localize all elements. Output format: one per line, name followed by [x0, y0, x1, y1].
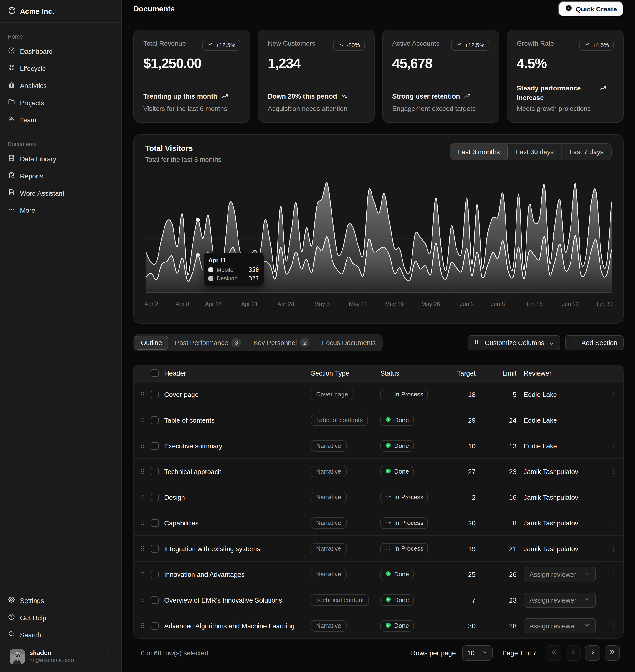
sidebar-item-search[interactable]: Search	[4, 627, 117, 643]
row-menu-button[interactable]	[608, 414, 619, 426]
visitors-chart[interactable]: Apr 2Apr 8Apr 14Apr 21Apr 28May 5May 12M…	[145, 174, 613, 312]
drag-handle[interactable]	[134, 596, 151, 603]
target-value[interactable]: 7	[452, 596, 490, 604]
target-value[interactable]: 20	[452, 519, 490, 527]
row-checkbox[interactable]	[151, 416, 158, 424]
limit-value[interactable]: 24	[490, 416, 520, 424]
limit-value[interactable]: 13	[490, 442, 520, 449]
row-checkbox[interactable]	[151, 442, 158, 449]
range-tab-last-3-months[interactable]: Last 3 months	[450, 143, 508, 160]
sidebar-item-projects[interactable]: Projects	[4, 95, 117, 110]
status-badge: In Process	[380, 517, 428, 529]
target-value[interactable]: 25	[452, 570, 490, 578]
sidebar-item-team[interactable]: Team	[4, 112, 117, 128]
limit-value[interactable]: 21	[490, 545, 520, 552]
sidebar-item-word-assistant[interactable]: Word Assistant	[4, 186, 117, 201]
brand[interactable]: Acme Inc.	[0, 0, 122, 23]
row-checkbox[interactable]	[151, 519, 158, 527]
sidebar-item-reports[interactable]: Reports	[4, 169, 117, 184]
drag-handle[interactable]	[134, 442, 151, 449]
target-value[interactable]: 2	[452, 493, 490, 501]
row-checkbox[interactable]	[151, 570, 158, 578]
row-checkbox[interactable]	[151, 390, 158, 398]
target-value[interactable]: 10	[452, 442, 490, 449]
limit-value[interactable]: 5	[490, 390, 520, 398]
row-menu-button[interactable]	[608, 440, 619, 451]
limit-value[interactable]: 26	[490, 570, 520, 578]
svg-text:Apr 28: Apr 28	[277, 301, 294, 307]
rows-per-page-select[interactable]: 10	[462, 645, 493, 660]
row-menu-button[interactable]	[608, 568, 619, 580]
limit-value[interactable]: 16	[490, 493, 520, 501]
target-value[interactable]: 29	[452, 416, 490, 424]
sidebar-item-data-library[interactable]: Data Library	[4, 151, 117, 166]
quick-create-button[interactable]: Quick Create	[558, 1, 623, 17]
row-header-link[interactable]: Capabilities	[164, 519, 311, 527]
limit-value[interactable]: 8	[490, 519, 520, 527]
drag-handle[interactable]	[134, 519, 151, 527]
row-header-link[interactable]: Innovation and Advantages	[164, 570, 311, 578]
target-value[interactable]: 27	[452, 468, 490, 475]
row-menu-button[interactable]	[608, 594, 619, 606]
limit-value[interactable]: 23	[490, 596, 520, 604]
select-all-checkbox[interactable]	[151, 369, 158, 377]
first-page-button[interactable]	[546, 645, 561, 660]
drag-handle[interactable]	[134, 545, 151, 552]
row-menu-button[interactable]	[608, 388, 619, 400]
tab-outline[interactable]: Outline	[135, 336, 168, 350]
target-value[interactable]: 19	[452, 545, 490, 552]
assign-reviewer-select[interactable]: Assign reviewer	[524, 566, 596, 582]
range-tab-last-30-days[interactable]: Last 30 days	[508, 144, 562, 160]
drag-handle[interactable]	[134, 391, 151, 398]
customize-columns-button[interactable]: Customize Columns	[468, 335, 560, 350]
row-checkbox[interactable]	[151, 622, 158, 629]
range-tab-last-7-days[interactable]: Last 7 days	[562, 144, 611, 160]
row-checkbox[interactable]	[151, 468, 158, 475]
row-checkbox[interactable]	[151, 596, 158, 604]
limit-value[interactable]: 28	[490, 622, 520, 629]
next-page-button[interactable]	[585, 645, 600, 660]
drag-handle[interactable]	[134, 622, 151, 629]
row-menu-button[interactable]	[608, 543, 619, 554]
drag-handle[interactable]	[134, 494, 151, 501]
row-header-link[interactable]: Design	[164, 493, 311, 501]
sidebar-item-analytics[interactable]: Analytics	[4, 78, 117, 93]
assign-reviewer-select[interactable]: Assign reviewer	[524, 618, 596, 633]
tab-focus-documents[interactable]: Focus Documents	[316, 336, 381, 350]
plus-circle-icon	[565, 4, 572, 13]
row-menu-button[interactable]	[608, 620, 619, 631]
row-checkbox[interactable]	[151, 545, 158, 552]
user-menu[interactable]: shadcn m@example.com	[8, 647, 114, 666]
user-menu-ellipsis-icon[interactable]	[104, 652, 112, 662]
drag-handle[interactable]	[134, 570, 151, 578]
row-header-link[interactable]: Table of contents	[164, 416, 311, 424]
target-value[interactable]: 30	[452, 622, 490, 629]
limit-value[interactable]: 23	[490, 468, 520, 475]
sidebar-item-more[interactable]: More	[4, 203, 117, 218]
row-menu-button[interactable]	[608, 491, 619, 503]
sidebar-item-settings[interactable]: Settings	[4, 593, 117, 608]
row-menu-button[interactable]	[608, 517, 619, 529]
sidebar-item-dashboard[interactable]: Dashboard	[4, 44, 117, 59]
tab-key-personnel[interactable]: Key Personnel2	[248, 336, 315, 350]
sidebar-item-lifecycle[interactable]: Lifecycle	[4, 61, 117, 76]
row-header-link[interactable]: Technical approach	[164, 468, 311, 475]
drag-handle[interactable]	[134, 417, 151, 424]
row-checkbox[interactable]	[151, 493, 158, 501]
last-page-button[interactable]	[605, 645, 620, 660]
folder-icon	[8, 98, 15, 108]
drag-handle[interactable]	[134, 468, 151, 475]
row-header-link[interactable]: Integration with existing systems	[164, 545, 311, 552]
svg-text:May 5: May 5	[314, 301, 330, 307]
row-header-link[interactable]: Executive summary	[164, 442, 311, 449]
assign-reviewer-select[interactable]: Assign reviewer	[524, 592, 596, 607]
add-section-button[interactable]: Add Section	[565, 335, 623, 350]
row-header-link[interactable]: Advanced Algorithms and Machine Learning	[164, 622, 311, 629]
prev-page-button[interactable]	[566, 645, 581, 660]
target-value[interactable]: 18	[452, 390, 490, 398]
sidebar-item-get-help[interactable]: Get Help	[4, 610, 117, 625]
row-header-link[interactable]: Overview of EMR's Innovative Solutions	[164, 596, 311, 604]
row-header-link[interactable]: Cover page	[164, 390, 311, 398]
row-menu-button[interactable]	[608, 466, 619, 477]
tab-past-performance[interactable]: Past Performance3	[169, 336, 247, 350]
